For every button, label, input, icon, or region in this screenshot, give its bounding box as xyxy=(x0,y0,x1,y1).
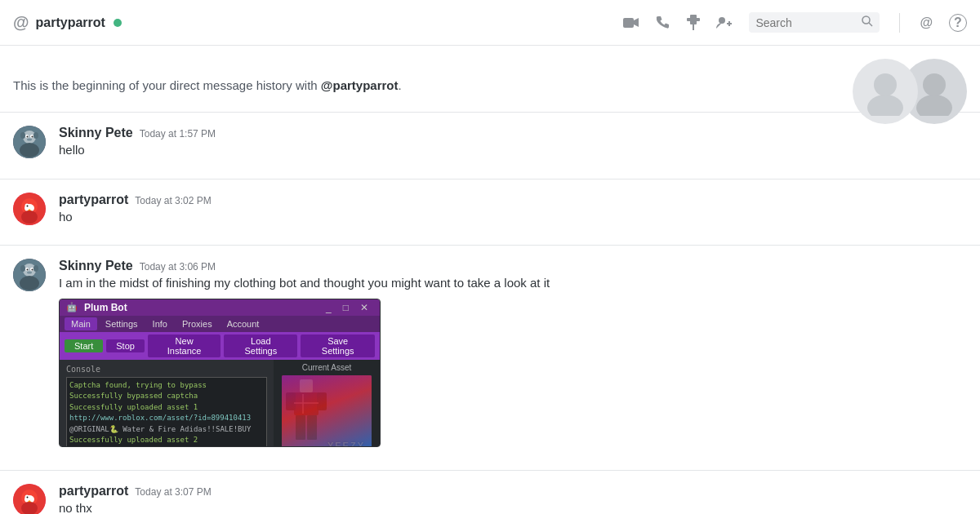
message-group: partyparrot Today at 3:07 PM no thx xyxy=(0,470,980,514)
console-line: Successfully uploaded asset 2 xyxy=(69,435,264,446)
message-text: hello xyxy=(59,142,967,159)
bot-new-instance-btn[interactable]: New Instance xyxy=(148,335,220,357)
message-content: Skinny Pete Today at 3:06 PM I am in the… xyxy=(59,259,967,450)
message-content: partyparrot Today at 3:07 PM no thx xyxy=(59,484,967,514)
divider xyxy=(899,13,900,33)
bot-close[interactable]: ✕ xyxy=(355,302,373,313)
bot-menu-info[interactable]: Info xyxy=(146,317,174,330)
search-bar[interactable] xyxy=(749,12,880,33)
bot-maximize[interactable]: □ xyxy=(338,302,354,313)
bot-menu: Main Settings Info Proxies Account xyxy=(60,316,380,332)
bot-window-controls: _ □ ✕ xyxy=(321,302,373,313)
message-content: partyparrot Today at 3:02 PM ho xyxy=(59,193,967,226)
message-author: partyparrot xyxy=(59,193,128,207)
console-line: Successfully uploaded asset 1 xyxy=(69,402,264,414)
bot-title-left: 🤖 Plum Bot xyxy=(66,302,127,313)
bot-menu-account[interactable]: Account xyxy=(220,317,266,330)
message-author: Skinny Pete xyxy=(59,126,133,140)
svg-point-37 xyxy=(27,272,32,274)
bot-console: Console Captcha found, trying to bypass … xyxy=(60,360,274,446)
mention-icon[interactable]: @ xyxy=(920,16,933,30)
svg-point-12 xyxy=(923,73,946,96)
image-embed: 🤖 Plum Bot _ □ ✕ Main Settings Info xyxy=(59,299,381,447)
avatar xyxy=(13,259,46,291)
message-timestamp: Today at 3:02 PM xyxy=(135,195,211,206)
svg-point-22 xyxy=(20,132,25,139)
message-header: partyparrot Today at 3:07 PM xyxy=(59,484,967,498)
help-icon[interactable]: ? xyxy=(949,14,967,32)
video-call-icon[interactable] xyxy=(623,16,639,29)
message-timestamp: Today at 1:57 PM xyxy=(140,128,216,140)
search-input[interactable] xyxy=(755,16,857,29)
svg-point-36 xyxy=(32,269,33,271)
bot-body: Console Captcha found, trying to bypass … xyxy=(60,360,380,446)
phone-icon[interactable] xyxy=(656,16,670,30)
bot-stop-btn[interactable]: Stop xyxy=(106,339,145,352)
message-header: Skinny Pete Today at 3:06 PM xyxy=(59,259,967,273)
message-text: I am in the midst of finishing my clothi… xyxy=(59,275,967,292)
avatar xyxy=(13,484,46,514)
svg-point-23 xyxy=(33,132,38,139)
online-status-dot xyxy=(114,19,122,27)
at-icon: @ xyxy=(13,13,29,32)
svg-point-28 xyxy=(27,205,29,206)
header: @ partyparrot xyxy=(0,0,980,46)
search-icon xyxy=(862,16,873,29)
bot-menu-main[interactable]: Main xyxy=(65,317,97,330)
message-timestamp: Today at 3:06 PM xyxy=(140,261,216,273)
svg-point-19 xyxy=(27,136,29,138)
message-timestamp: Today at 3:07 PM xyxy=(135,486,211,498)
pin-icon[interactable] xyxy=(687,15,700,31)
svg-point-16 xyxy=(20,143,39,157)
svg-point-38 xyxy=(20,265,25,272)
bot-start-btn[interactable]: Start xyxy=(65,339,103,352)
header-left: @ partyparrot xyxy=(13,13,623,32)
console-output: Captcha found, trying to bypass Successf… xyxy=(66,377,267,446)
beginning-username: @partyparrot xyxy=(321,78,399,92)
console-label: Console xyxy=(66,363,267,375)
bot-toolbar: Start Stop New Instance Load Settings Sa… xyxy=(60,332,380,360)
svg-point-5 xyxy=(719,17,725,24)
avatar xyxy=(13,126,46,158)
message-header: partyparrot Today at 3:02 PM xyxy=(59,193,967,207)
svg-point-39 xyxy=(33,265,38,272)
bot-menu-proxies[interactable]: Proxies xyxy=(176,317,219,330)
add-friend-icon[interactable] xyxy=(716,16,733,29)
bot-menu-settings[interactable]: Settings xyxy=(99,317,145,330)
svg-rect-0 xyxy=(623,18,634,28)
console-line: http://www.roblox.com/asset/?id=89941041… xyxy=(69,413,264,424)
bot-title-name: Plum Bot xyxy=(84,302,127,313)
svg-point-52 xyxy=(27,496,29,498)
svg-rect-4 xyxy=(693,24,694,30)
asset-image: YEEZY xyxy=(282,375,372,446)
bot-asset-panel: Current Asset xyxy=(274,360,380,446)
svg-point-32 xyxy=(20,276,39,290)
bot-title-icon: 🤖 xyxy=(66,302,78,312)
messages-area: This is the beginning of your direct mes… xyxy=(0,46,980,514)
beginning-banner: This is the beginning of your direct mes… xyxy=(0,46,980,105)
svg-point-20 xyxy=(32,136,33,138)
bot-window: 🤖 Plum Bot _ □ ✕ Main Settings Info xyxy=(60,299,380,446)
bot-load-settings-btn[interactable]: Load Settings xyxy=(224,335,297,357)
message-group: Skinny Pete Today at 3:06 PM I am in the… xyxy=(0,245,980,463)
message-content: Skinny Pete Today at 1:57 PM hello xyxy=(59,126,967,159)
header-icons: @ ? xyxy=(623,12,967,33)
banner-avatar-1 xyxy=(853,59,918,124)
message-group: Skinny Pete Today at 1:57 PM hello xyxy=(0,112,980,172)
svg-point-8 xyxy=(862,16,870,24)
message-author: partyparrot xyxy=(59,484,128,498)
asset-label: Current Asset xyxy=(302,363,352,372)
console-line: @ORIGINAL🐍 Water & Fire Adidas!!SALE!BUY xyxy=(69,424,264,436)
bot-titlebar: 🤖 Plum Bot _ □ ✕ xyxy=(60,299,380,316)
svg-marker-1 xyxy=(634,18,639,27)
beginning-text: This is the beginning of your direct mes… xyxy=(13,78,967,92)
svg-rect-3 xyxy=(687,18,700,21)
svg-point-10 xyxy=(874,73,897,96)
bot-minimize[interactable]: _ xyxy=(321,302,336,313)
message-author: Skinny Pete xyxy=(59,259,133,273)
message-group: partyparrot Today at 3:02 PM ho xyxy=(0,179,980,239)
bot-save-settings-btn[interactable]: Save Settings xyxy=(301,335,375,357)
svg-point-29 xyxy=(21,210,38,224)
avatar xyxy=(13,193,46,225)
channel-name: partyparrot xyxy=(36,16,105,30)
